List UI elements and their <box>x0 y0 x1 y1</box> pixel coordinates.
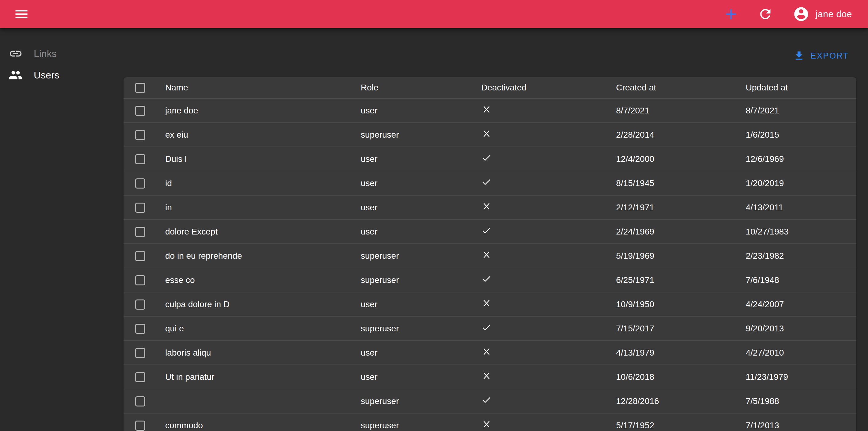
sidebar-item-users[interactable]: Users <box>0 64 124 86</box>
row-checkbox[interactable] <box>135 421 145 431</box>
table-row[interactable]: in user 2/12/1971 4/13/2011 <box>124 195 856 219</box>
table-row[interactable]: do in eu reprehende superuser 5/19/1969 … <box>124 244 856 268</box>
cell-name: commodo <box>160 413 356 431</box>
menu-icon <box>13 6 29 22</box>
row-checkbox[interactable] <box>135 203 145 213</box>
table-header-row: Name Role Deactivated Created at Updated… <box>124 77 856 98</box>
cell-role: superuser <box>356 123 476 147</box>
cell-role: user <box>356 341 476 365</box>
cell-name: esse co <box>160 268 356 292</box>
cell-updated-at: 4/27/2010 <box>741 341 856 365</box>
cell-updated-at: 7/6/1948 <box>741 268 856 292</box>
clear-icon <box>481 249 492 262</box>
clear-icon <box>481 371 492 383</box>
cell-created-at: 8/15/1945 <box>611 171 741 195</box>
column-header-created-at[interactable]: Created at <box>611 77 741 98</box>
cell-deactivated <box>476 219 611 244</box>
export-button[interactable]: EXPORT <box>789 47 853 65</box>
table-row[interactable]: qui e superuser 7/15/2017 9/20/2013 <box>124 316 856 341</box>
table-row[interactable]: Duis l user 12/4/2000 12/6/1969 <box>124 147 856 171</box>
row-checkbox[interactable] <box>135 275 145 285</box>
users-table-card: Name Role Deactivated Created at Updated… <box>124 77 856 431</box>
people-icon <box>8 68 23 82</box>
row-checkbox[interactable] <box>135 106 145 116</box>
table-row[interactable]: jane doe user 8/7/2021 8/7/2021 <box>124 98 856 123</box>
sidebar-item-links[interactable]: Links <box>0 43 124 64</box>
cell-role: superuser <box>356 389 476 413</box>
plus-icon <box>722 5 740 23</box>
table-row[interactable]: superuser 12/28/2016 7/5/1988 <box>124 389 856 413</box>
cell-name: Ut in pariatur <box>160 365 356 389</box>
cell-name: culpa dolore in D <box>160 292 356 316</box>
export-button-label: EXPORT <box>810 51 849 61</box>
cell-updated-at: 4/24/2007 <box>741 292 856 316</box>
cell-created-at: 6/25/1971 <box>611 268 741 292</box>
user-menu[interactable]: jane doe <box>793 6 852 22</box>
cell-name: in <box>160 195 356 219</box>
cell-updated-at: 4/13/2011 <box>741 195 856 219</box>
cell-created-at: 10/9/1950 <box>611 292 741 316</box>
clear-icon <box>481 346 492 359</box>
table-row[interactable]: culpa dolore in D user 10/9/1950 4/24/20… <box>124 292 856 316</box>
table-row[interactable]: id user 8/15/1945 1/20/2019 <box>124 171 856 195</box>
table-row[interactable]: Ut in pariatur user 10/6/2018 11/23/1979 <box>124 365 856 389</box>
row-checkbox[interactable] <box>135 324 145 334</box>
check-icon <box>481 177 492 189</box>
user-table-body: jane doe user 8/7/2021 8/7/2021 ex eiu s… <box>124 98 856 431</box>
clear-icon <box>481 419 492 431</box>
column-header-updated-at[interactable]: Updated at <box>741 77 856 98</box>
cell-deactivated <box>476 292 611 316</box>
cell-name: jane doe <box>160 98 356 123</box>
row-checkbox[interactable] <box>135 372 145 382</box>
list-toolbar: EXPORT <box>789 46 853 66</box>
menu-button[interactable] <box>12 5 31 23</box>
row-checkbox[interactable] <box>135 178 145 188</box>
select-all-checkbox[interactable] <box>135 83 145 93</box>
column-header-deactivated[interactable]: Deactivated <box>476 77 611 98</box>
check-icon <box>481 395 492 407</box>
create-button[interactable] <box>721 4 741 24</box>
cell-name: qui e <box>160 316 356 341</box>
sidebar-item-label: Users <box>34 69 59 81</box>
column-header-name[interactable]: Name <box>160 77 356 98</box>
refresh-button[interactable] <box>757 5 774 23</box>
row-checkbox[interactable] <box>135 348 145 358</box>
cell-name: ex eiu <box>160 123 356 147</box>
download-icon <box>793 50 805 62</box>
cell-created-at: 2/12/1971 <box>611 195 741 219</box>
cell-name: Duis l <box>160 147 356 171</box>
users-table: Name Role Deactivated Created at Updated… <box>124 77 856 431</box>
column-header-role[interactable]: Role <box>356 77 476 98</box>
row-checkbox[interactable] <box>135 154 145 164</box>
refresh-icon <box>758 6 773 22</box>
cell-created-at: 4/13/1979 <box>611 341 741 365</box>
cell-role: superuser <box>356 316 476 341</box>
row-checkbox[interactable] <box>135 130 145 140</box>
cell-created-at: 2/24/1969 <box>611 219 741 244</box>
cell-deactivated <box>476 341 611 365</box>
cell-created-at: 12/28/2016 <box>611 389 741 413</box>
cell-deactivated <box>476 389 611 413</box>
cell-role: user <box>356 98 476 123</box>
cell-deactivated <box>476 316 611 341</box>
row-checkbox[interactable] <box>135 251 145 261</box>
row-checkbox[interactable] <box>135 227 145 237</box>
cell-updated-at: 10/27/1983 <box>741 219 856 244</box>
table-row[interactable]: esse co superuser 6/25/1971 7/6/1948 <box>124 268 856 292</box>
table-row[interactable]: laboris aliqu user 4/13/1979 4/27/2010 <box>124 341 856 365</box>
check-icon <box>481 322 492 335</box>
sidebar: Links Users <box>0 28 124 431</box>
cell-name: do in eu reprehende <box>160 244 356 268</box>
app-bar: jane doe <box>0 0 868 28</box>
clear-icon <box>481 298 492 310</box>
check-icon <box>481 153 492 165</box>
table-row[interactable]: commodo superuser 5/17/1952 7/1/2013 <box>124 413 856 431</box>
cell-updated-at: 7/1/2013 <box>741 413 856 431</box>
sidebar-item-label: Links <box>34 48 57 59</box>
table-row[interactable]: dolore Except user 2/24/1969 10/27/1983 <box>124 219 856 244</box>
cell-deactivated <box>476 171 611 195</box>
row-checkbox[interactable] <box>135 396 145 406</box>
table-row[interactable]: ex eiu superuser 2/28/2014 1/6/2015 <box>124 123 856 147</box>
row-checkbox[interactable] <box>135 300 145 310</box>
cell-created-at: 2/28/2014 <box>611 123 741 147</box>
